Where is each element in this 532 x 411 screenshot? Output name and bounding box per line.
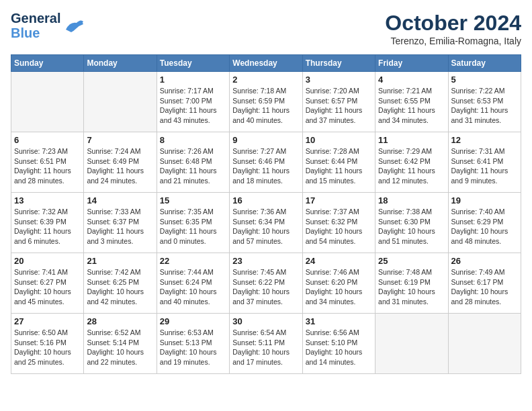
- calendar-week-row: 6Sunrise: 7:23 AM Sunset: 6:51 PM Daylig…: [11, 132, 521, 193]
- day-info: Sunrise: 7:38 AM Sunset: 6:30 PM Dayligh…: [378, 207, 445, 246]
- calendar-week-row: 20Sunrise: 7:41 AM Sunset: 6:27 PM Dayli…: [11, 253, 521, 314]
- day-info: Sunrise: 7:26 AM Sunset: 6:48 PM Dayligh…: [160, 146, 226, 186]
- page-header: GeneralBlue October 2024 Terenzo, Emilia…: [11, 11, 521, 46]
- weekday-header-sunday: Sunday: [11, 55, 84, 72]
- calendar-cell: [11, 72, 84, 132]
- day-number: 16: [232, 195, 299, 205]
- calendar-cell: 9Sunrise: 7:27 AM Sunset: 6:46 PM Daylig…: [230, 132, 302, 193]
- day-number: 18: [378, 195, 445, 205]
- day-info: Sunrise: 7:40 AM Sunset: 6:29 PM Dayligh…: [451, 207, 518, 246]
- calendar-cell: 31Sunrise: 6:56 AM Sunset: 5:10 PM Dayli…: [302, 314, 375, 374]
- day-info: Sunrise: 7:20 AM Sunset: 6:57 PM Dayligh…: [306, 86, 372, 126]
- weekday-header-row: SundayMondayTuesdayWednesdayThursdayFrid…: [11, 55, 521, 72]
- day-info: Sunrise: 7:35 AM Sunset: 6:35 PM Dayligh…: [160, 207, 226, 246]
- calendar-cell: 16Sunrise: 7:36 AM Sunset: 6:34 PM Dayli…: [230, 193, 302, 253]
- day-number: 28: [87, 316, 153, 326]
- day-number: 11: [378, 135, 445, 145]
- title-block: October 2024 Terenzo, Emilia-Romagna, It…: [385, 11, 521, 46]
- day-info: Sunrise: 7:49 AM Sunset: 6:17 PM Dayligh…: [451, 267, 518, 307]
- day-number: 27: [14, 316, 81, 326]
- calendar-cell: 13Sunrise: 7:32 AM Sunset: 6:39 PM Dayli…: [11, 193, 84, 253]
- calendar-cell: 11Sunrise: 7:29 AM Sunset: 6:42 PM Dayli…: [375, 132, 448, 193]
- day-number: 8: [160, 135, 226, 145]
- weekday-header-monday: Monday: [84, 55, 157, 72]
- day-info: Sunrise: 6:56 AM Sunset: 5:10 PM Dayligh…: [306, 328, 372, 367]
- calendar-cell: 24Sunrise: 7:46 AM Sunset: 6:20 PM Dayli…: [302, 253, 375, 314]
- calendar-cell: 20Sunrise: 7:41 AM Sunset: 6:27 PM Dayli…: [11, 253, 84, 314]
- day-number: 15: [160, 195, 226, 205]
- month-title: October 2024: [385, 11, 521, 36]
- calendar-cell: 26Sunrise: 7:49 AM Sunset: 6:17 PM Dayli…: [448, 253, 521, 314]
- logo: GeneralBlue: [11, 11, 85, 40]
- day-number: 12: [451, 135, 518, 145]
- day-info: Sunrise: 7:18 AM Sunset: 6:59 PM Dayligh…: [232, 86, 299, 126]
- calendar-cell: 3Sunrise: 7:20 AM Sunset: 6:57 PM Daylig…: [302, 72, 375, 132]
- weekday-header-friday: Friday: [375, 55, 448, 72]
- calendar-cell: 7Sunrise: 7:24 AM Sunset: 6:49 PM Daylig…: [84, 132, 157, 193]
- day-info: Sunrise: 6:54 AM Sunset: 5:11 PM Dayligh…: [232, 328, 299, 367]
- calendar-cell: 30Sunrise: 6:54 AM Sunset: 5:11 PM Dayli…: [230, 314, 302, 374]
- day-info: Sunrise: 7:37 AM Sunset: 6:32 PM Dayligh…: [306, 207, 372, 246]
- day-info: Sunrise: 7:23 AM Sunset: 6:51 PM Dayligh…: [14, 146, 81, 186]
- day-info: Sunrise: 6:53 AM Sunset: 5:13 PM Dayligh…: [160, 328, 226, 367]
- weekday-header-thursday: Thursday: [302, 55, 375, 72]
- calendar-cell: 29Sunrise: 6:53 AM Sunset: 5:13 PM Dayli…: [157, 314, 229, 374]
- day-number: 9: [232, 135, 299, 145]
- day-info: Sunrise: 7:21 AM Sunset: 6:55 PM Dayligh…: [378, 86, 445, 126]
- day-number: 7: [87, 135, 153, 145]
- day-info: Sunrise: 6:50 AM Sunset: 5:16 PM Dayligh…: [14, 328, 81, 367]
- day-info: Sunrise: 7:36 AM Sunset: 6:34 PM Dayligh…: [232, 207, 299, 246]
- calendar-cell: [84, 72, 157, 132]
- day-info: Sunrise: 7:17 AM Sunset: 7:00 PM Dayligh…: [160, 86, 226, 126]
- day-number: 24: [306, 256, 372, 266]
- day-number: 31: [306, 316, 372, 326]
- day-number: 4: [378, 75, 445, 85]
- day-info: Sunrise: 7:24 AM Sunset: 6:49 PM Dayligh…: [87, 146, 153, 186]
- calendar-cell: 12Sunrise: 7:31 AM Sunset: 6:41 PM Dayli…: [448, 132, 521, 193]
- calendar-cell: 6Sunrise: 7:23 AM Sunset: 6:51 PM Daylig…: [11, 132, 84, 193]
- day-number: 6: [14, 135, 81, 145]
- calendar-cell: 19Sunrise: 7:40 AM Sunset: 6:29 PM Dayli…: [448, 193, 521, 253]
- day-number: 29: [160, 316, 226, 326]
- calendar-cell: 1Sunrise: 7:17 AM Sunset: 7:00 PM Daylig…: [157, 72, 229, 132]
- calendar-cell: 14Sunrise: 7:33 AM Sunset: 6:37 PM Dayli…: [84, 193, 157, 253]
- day-number: 5: [451, 75, 518, 85]
- calendar-cell: 15Sunrise: 7:35 AM Sunset: 6:35 PM Dayli…: [157, 193, 229, 253]
- day-info: Sunrise: 7:29 AM Sunset: 6:42 PM Dayligh…: [378, 146, 445, 186]
- calendar-cell: 28Sunrise: 6:52 AM Sunset: 5:14 PM Dayli…: [84, 314, 157, 374]
- calendar-cell: 10Sunrise: 7:28 AM Sunset: 6:44 PM Dayli…: [302, 132, 375, 193]
- day-number: 19: [451, 195, 518, 205]
- weekday-header-tuesday: Tuesday: [157, 55, 229, 72]
- day-info: Sunrise: 7:44 AM Sunset: 6:24 PM Dayligh…: [160, 267, 226, 307]
- day-number: 26: [451, 256, 518, 266]
- calendar-cell: [448, 314, 521, 374]
- calendar-cell: 25Sunrise: 7:48 AM Sunset: 6:19 PM Dayli…: [375, 253, 448, 314]
- calendar-table: SundayMondayTuesdayWednesdayThursdayFrid…: [11, 54, 521, 374]
- day-info: Sunrise: 7:27 AM Sunset: 6:46 PM Dayligh…: [232, 146, 299, 186]
- day-number: 13: [14, 195, 81, 205]
- calendar-week-row: 27Sunrise: 6:50 AM Sunset: 5:16 PM Dayli…: [11, 314, 521, 374]
- day-info: Sunrise: 7:46 AM Sunset: 6:20 PM Dayligh…: [306, 267, 372, 307]
- day-number: 10: [306, 135, 372, 145]
- day-info: Sunrise: 6:52 AM Sunset: 5:14 PM Dayligh…: [87, 328, 153, 367]
- day-number: 21: [87, 256, 153, 266]
- calendar-cell: 21Sunrise: 7:42 AM Sunset: 6:25 PM Dayli…: [84, 253, 157, 314]
- day-number: 2: [232, 75, 299, 85]
- calendar-week-row: 13Sunrise: 7:32 AM Sunset: 6:39 PM Dayli…: [11, 193, 521, 253]
- location-subtitle: Terenzo, Emilia-Romagna, Italy: [385, 36, 521, 46]
- weekday-header-saturday: Saturday: [448, 55, 521, 72]
- day-number: 25: [378, 256, 445, 266]
- day-info: Sunrise: 7:31 AM Sunset: 6:41 PM Dayligh…: [451, 146, 518, 186]
- day-number: 17: [306, 195, 372, 205]
- day-number: 30: [232, 316, 299, 326]
- weekday-header-wednesday: Wednesday: [230, 55, 302, 72]
- day-info: Sunrise: 7:41 AM Sunset: 6:27 PM Dayligh…: [14, 267, 81, 307]
- calendar-cell: 2Sunrise: 7:18 AM Sunset: 6:59 PM Daylig…: [230, 72, 302, 132]
- day-number: 22: [160, 256, 226, 266]
- calendar-cell: 17Sunrise: 7:37 AM Sunset: 6:32 PM Dayli…: [302, 193, 375, 253]
- day-number: 3: [306, 75, 372, 85]
- day-info: Sunrise: 7:48 AM Sunset: 6:19 PM Dayligh…: [378, 267, 445, 307]
- logo-text: GeneralBlue: [11, 11, 60, 40]
- day-number: 20: [14, 256, 81, 266]
- day-info: Sunrise: 7:28 AM Sunset: 6:44 PM Dayligh…: [306, 146, 372, 186]
